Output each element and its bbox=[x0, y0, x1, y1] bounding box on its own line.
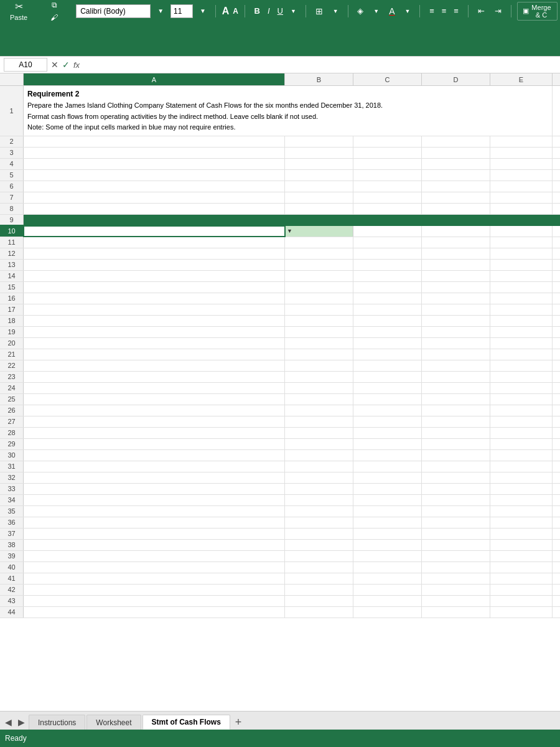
cell-35B[interactable] bbox=[285, 506, 353, 517]
font-color-dropdown[interactable]: ▼ bbox=[402, 7, 414, 16]
cell-17B[interactable] bbox=[285, 304, 353, 315]
cell-43C[interactable] bbox=[353, 596, 422, 606]
cell-33A[interactable] bbox=[24, 484, 285, 494]
cell-30A[interactable] bbox=[24, 450, 285, 461]
cell-19A[interactable] bbox=[24, 327, 285, 337]
cell-43E[interactable] bbox=[490, 596, 553, 606]
cell-27D[interactable] bbox=[422, 416, 490, 427]
font-color-button[interactable]: A bbox=[386, 5, 398, 17]
cell-6D[interactable] bbox=[422, 181, 490, 192]
font-size-input[interactable] bbox=[170, 4, 193, 18]
cell-34E[interactable] bbox=[490, 495, 553, 505]
cell-16D[interactable] bbox=[422, 293, 490, 304]
decrease-indent-button[interactable]: ⇤ bbox=[475, 5, 488, 17]
fill-color-dropdown[interactable]: ▼ bbox=[370, 7, 382, 16]
cell-28E[interactable] bbox=[490, 428, 553, 438]
cell-22B[interactable] bbox=[285, 360, 353, 371]
cell-39B[interactable] bbox=[285, 551, 353, 561]
cell-35A[interactable] bbox=[24, 506, 285, 517]
cell-14E[interactable] bbox=[490, 271, 553, 281]
cell-19E[interactable] bbox=[490, 327, 553, 337]
cell-21C[interactable] bbox=[353, 349, 422, 360]
cell-27A[interactable] bbox=[24, 416, 285, 427]
font-name-dropdown[interactable]: ▼ bbox=[154, 6, 167, 16]
tab-next-button[interactable]: ▶ bbox=[16, 715, 27, 730]
cell-29C[interactable] bbox=[353, 439, 422, 449]
cell-18B[interactable] bbox=[285, 316, 353, 326]
cell-37E[interactable] bbox=[490, 529, 553, 539]
cell-11B[interactable] bbox=[285, 237, 353, 248]
cell-36D[interactable] bbox=[422, 517, 490, 528]
cell-22A[interactable] bbox=[24, 360, 285, 371]
add-sheet-button[interactable]: + bbox=[231, 715, 246, 730]
cancel-formula-icon[interactable]: ✕ bbox=[51, 60, 58, 70]
cell-44E[interactable] bbox=[490, 607, 553, 618]
cell-11C[interactable] bbox=[353, 237, 422, 248]
cell-3E[interactable] bbox=[490, 148, 553, 158]
cell-40C[interactable] bbox=[353, 562, 422, 573]
cell-28D[interactable] bbox=[422, 428, 490, 438]
cell-20D[interactable] bbox=[422, 338, 490, 349]
merge-center-button[interactable]: ▣ Merge & C bbox=[517, 2, 557, 21]
cell-24B[interactable] bbox=[285, 383, 353, 393]
underline-dropdown[interactable]: ▼ bbox=[287, 7, 299, 16]
cell-20A[interactable] bbox=[24, 338, 285, 349]
cell-35C[interactable] bbox=[353, 506, 422, 517]
cell-5C[interactable] bbox=[353, 170, 422, 181]
cell-14A[interactable] bbox=[24, 271, 285, 281]
cell-reference-box[interactable]: A10 bbox=[4, 58, 47, 72]
cell-37B[interactable] bbox=[285, 529, 353, 539]
italic-button[interactable]: I bbox=[264, 5, 273, 17]
cell-27E[interactable] bbox=[490, 416, 553, 427]
cell-3C[interactable] bbox=[353, 148, 422, 158]
cell-24A[interactable] bbox=[24, 383, 285, 393]
cell-30D[interactable] bbox=[422, 450, 490, 461]
cell-2E[interactable] bbox=[490, 136, 553, 147]
cell-18D[interactable] bbox=[422, 316, 490, 326]
cell-41C[interactable] bbox=[353, 573, 422, 584]
cell-22D[interactable] bbox=[422, 360, 490, 371]
cell-18A[interactable] bbox=[24, 316, 285, 326]
cell-22E[interactable] bbox=[490, 360, 553, 371]
cell-44D[interactable] bbox=[422, 607, 490, 618]
cell-23A[interactable] bbox=[24, 372, 285, 382]
cell-23C[interactable] bbox=[353, 372, 422, 382]
cell-25B[interactable] bbox=[285, 394, 353, 405]
cell-10E[interactable] bbox=[490, 226, 553, 237]
cell-23D[interactable] bbox=[422, 372, 490, 382]
cell-1A[interactable]: Requirement 2 Prepare the James Island C… bbox=[24, 86, 553, 136]
cell-14D[interactable] bbox=[422, 271, 490, 281]
cell-36E[interactable] bbox=[490, 517, 553, 528]
cell-43A[interactable] bbox=[24, 596, 285, 606]
copy-button[interactable]: ⧉ bbox=[47, 0, 61, 11]
cell-43B[interactable] bbox=[285, 596, 353, 606]
cell-34D[interactable] bbox=[422, 495, 490, 505]
cell-4C[interactable] bbox=[353, 159, 422, 169]
cell-15C[interactable] bbox=[353, 282, 422, 293]
cell-16B[interactable] bbox=[285, 293, 353, 304]
cell-40B[interactable] bbox=[285, 562, 353, 573]
cell-7D[interactable] bbox=[422, 192, 490, 203]
cell-10C[interactable] bbox=[353, 226, 422, 237]
cell-7A[interactable] bbox=[24, 192, 285, 203]
cell-5E[interactable] bbox=[490, 170, 553, 181]
cell-13B[interactable] bbox=[285, 260, 353, 270]
cell-32C[interactable] bbox=[353, 472, 422, 483]
cell-11E[interactable] bbox=[490, 237, 553, 248]
cell-4D[interactable] bbox=[422, 159, 490, 169]
cell-25A[interactable] bbox=[24, 394, 285, 405]
cell-34C[interactable] bbox=[353, 495, 422, 505]
cell-4A[interactable] bbox=[24, 159, 285, 169]
cell-27B[interactable] bbox=[285, 416, 353, 427]
cell-39D[interactable] bbox=[422, 551, 490, 561]
cell-24D[interactable] bbox=[422, 383, 490, 393]
col-header-B[interactable]: B bbox=[285, 73, 353, 85]
cell-38E[interactable] bbox=[490, 540, 553, 550]
cell-17C[interactable] bbox=[353, 304, 422, 315]
cell-42B[interactable] bbox=[285, 585, 353, 595]
cell-30E[interactable] bbox=[490, 450, 553, 461]
cell-41A[interactable] bbox=[24, 573, 285, 584]
cell-7B[interactable] bbox=[285, 192, 353, 203]
col-header-C[interactable]: C bbox=[353, 73, 422, 85]
cell-3A[interactable] bbox=[24, 148, 285, 158]
